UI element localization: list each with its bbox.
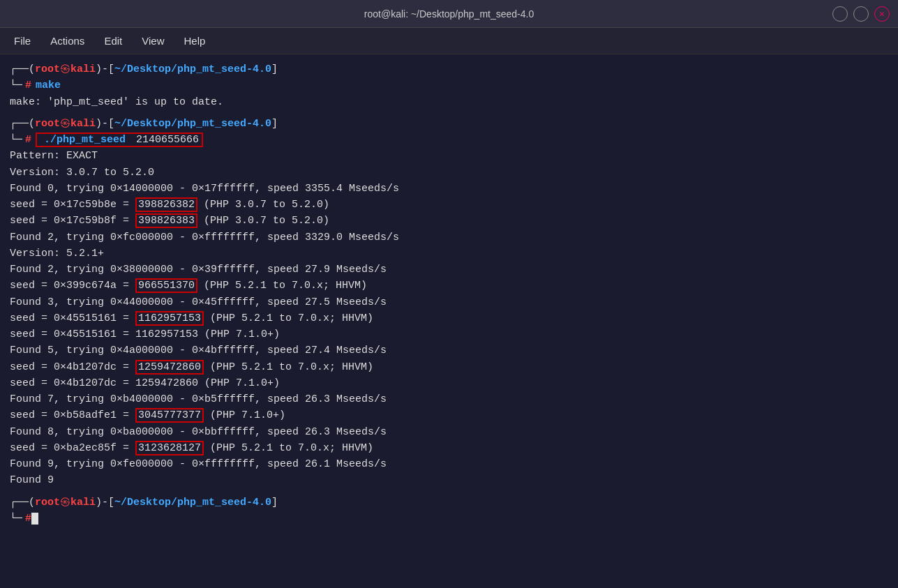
maximize-button[interactable]	[853, 6, 869, 22]
output-found5: Found 5, trying 0×4a000000 - 0×4bffffff,…	[10, 342, 888, 359]
titlebar-title: root@kali: ~/Desktop/php_mt_seed-4.0	[364, 8, 534, 20]
output-seed4: seed = 0×45515161 = 1162957153 (PHP 5.2.…	[10, 310, 888, 326]
cmd-make: make	[36, 77, 61, 93]
output-version1: Version: 3.0.7 to 5.2.0	[10, 165, 888, 181]
output-seed5: seed = 0×45515161 = 1162957153 (PHP 7.1.…	[10, 326, 888, 342]
prompt-user-3: root	[35, 495, 60, 511]
titlebar: root@kali: ~/Desktop/php_mt_seed-4.0 ✕	[0, 0, 898, 28]
prompt-cmd-line-2: └─# ./php_mt_seed 2140655666	[10, 132, 888, 148]
output-found9b: Found 9	[10, 472, 888, 488]
menubar: File Actions Edit View Help	[0, 28, 898, 54]
seed-value-4: 1162957153	[135, 311, 204, 326]
prompt-cmd-line-3: └─#	[10, 511, 888, 527]
output-found2b: Found 2, trying 0×38000000 - 0×39ffffff,…	[10, 262, 888, 278]
menu-edit[interactable]: Edit	[96, 32, 130, 50]
output-seed1: seed = 0×17c59b8e = 398826382 (PHP 3.0.7…	[10, 197, 888, 213]
prompt-line-3: ┌──(root㉿kali)-[~/Desktop/php_mt_seed-4.…	[10, 495, 888, 511]
menu-actions[interactable]: Actions	[42, 32, 93, 50]
prompt-hash-3: #	[25, 511, 31, 527]
minimize-button[interactable]	[832, 6, 848, 22]
output-seed6: seed = 0×4b1207dc = 1259472860 (PHP 5.2.…	[10, 359, 888, 375]
menu-help[interactable]: Help	[175, 32, 214, 50]
prompt-host-1: kali	[70, 61, 96, 77]
prompt-hash-2: #	[25, 132, 31, 148]
prompt-line-1: ┌──(root㉿kali)-[~/Desktop/php_mt_seed-4.…	[10, 61, 888, 77]
cmd-php-mt-seed: ./php_mt_seed 2140655666	[36, 133, 203, 147]
seed-value-3: 966551370	[135, 278, 197, 293]
output-make: make: 'php_mt_seed' is up to date.	[10, 94, 888, 110]
close-button[interactable]: ✕	[874, 6, 890, 22]
output-found0: Found 0, trying 0×14000000 - 0×17ffffff,…	[10, 181, 888, 197]
output-seed9: seed = 0×ba2ec85f = 3123628127 (PHP 5.2.…	[10, 440, 888, 456]
output-seed3: seed = 0×399c674a = 966551370 (PHP 5.2.1…	[10, 278, 888, 294]
output-found9a: Found 9, trying 0×fe000000 - 0×ffffffff,…	[10, 456, 888, 472]
output-found2a: Found 2, trying 0×fc000000 - 0×ffffffff,…	[10, 229, 888, 246]
prompt-user-1: root	[35, 61, 60, 77]
prompt-host-2: kali	[70, 116, 96, 132]
prompt-path-2: ~/Desktop/php_mt_seed-4.0	[114, 116, 271, 132]
seed-value-9: 3123628127	[135, 441, 204, 455]
seed-value-6: 1259472860	[135, 360, 204, 375]
output-seed7: seed = 0×4b1207dc = 1259472860 (PHP 7.1.…	[10, 375, 888, 391]
output-found8: Found 8, trying 0×ba000000 - 0×bbffffff,…	[10, 424, 888, 440]
prompt-hash-1: #	[25, 77, 31, 93]
output-seed8: seed = 0×b58adfe1 = 3045777377 (PHP 7.1.…	[10, 407, 888, 423]
seed-value-8: 3045777377	[135, 408, 204, 423]
prompt-user-2: root	[35, 116, 60, 132]
prompt-path-3: ~/Desktop/php_mt_seed-4.0	[114, 495, 271, 511]
menu-file[interactable]: File	[6, 32, 39, 50]
window-controls: ✕	[832, 6, 890, 22]
output-pattern: Pattern: EXACT	[10, 148, 888, 164]
seed-value-1: 398826382	[135, 197, 197, 212]
prompt-path-1: ~/Desktop/php_mt_seed-4.0	[114, 61, 271, 77]
menu-view[interactable]: View	[133, 32, 172, 50]
connector-2: └─	[10, 77, 22, 93]
output-version2: Version: 5.2.1+	[10, 246, 888, 262]
connector-1: ┌──(	[10, 61, 35, 77]
seed-value-2: 398826383	[135, 213, 197, 228]
prompt-line-2: ┌──(root㉿kali)-[~/Desktop/php_mt_seed-4.…	[10, 116, 888, 132]
terminal-area[interactable]: ┌──(root㉿kali)-[~/Desktop/php_mt_seed-4.…	[0, 54, 898, 588]
prompt-cmd-line-1: └─#make	[10, 77, 888, 93]
prompt-host-3: kali	[70, 495, 96, 511]
output-found7: Found 7, trying 0×b4000000 - 0×b5ffffff,…	[10, 391, 888, 407]
output-found3: Found 3, trying 0×44000000 - 0×45ffffff,…	[10, 294, 888, 310]
output-seed2: seed = 0×17c59b8f = 398826383 (PHP 3.0.7…	[10, 213, 888, 229]
terminal-cursor	[31, 513, 38, 525]
